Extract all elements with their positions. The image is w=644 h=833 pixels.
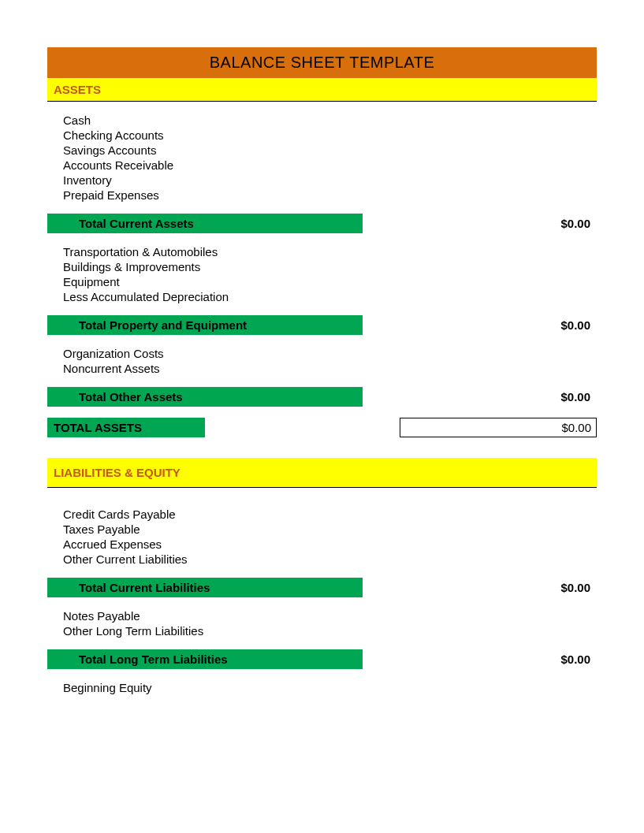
total-longterm-liabilities-value: $0.00 bbox=[526, 649, 597, 669]
line-item: Cash bbox=[63, 113, 597, 128]
total-property-equipment-row: Total Property and Equipment $0.00 bbox=[47, 315, 597, 335]
total-other-assets-label: Total Other Assets bbox=[47, 387, 363, 407]
total-current-assets-label: Total Current Assets bbox=[47, 214, 363, 233]
total-assets-row: TOTAL ASSETS $0.00 bbox=[47, 418, 597, 437]
liabilities-equity-section-header: LIABILITIES & EQUITY bbox=[47, 458, 597, 488]
current-liabilities-list: Credit Cards Payable Taxes Payable Accru… bbox=[47, 488, 597, 576]
equity-list: Beginning Equity bbox=[47, 680, 597, 705]
other-assets-list: Organization Costs Noncurrent Assets bbox=[47, 346, 597, 385]
line-item: Inventory bbox=[63, 173, 597, 188]
total-longterm-liabilities-row: Total Long Term Liabilities $0.00 bbox=[47, 649, 597, 669]
total-assets-label: TOTAL ASSETS bbox=[47, 418, 205, 437]
total-current-liabilities-row: Total Current Liabilities $0.00 bbox=[47, 578, 597, 597]
line-item: Buildings & Improvements bbox=[63, 259, 597, 274]
total-current-liabilities-label: Total Current Liabilities bbox=[47, 578, 363, 597]
total-current-assets-row: Total Current Assets $0.00 bbox=[47, 214, 597, 233]
line-item: Accrued Expenses bbox=[63, 537, 597, 552]
line-item: Other Long Term Liabilities bbox=[63, 623, 597, 638]
line-item: Equipment bbox=[63, 274, 597, 289]
total-longterm-liabilities-label: Total Long Term Liabilities bbox=[47, 649, 363, 669]
line-item: Notes Payable bbox=[63, 608, 597, 623]
line-item: Accounts Receivable bbox=[63, 158, 597, 173]
total-assets-value: $0.00 bbox=[400, 418, 597, 437]
line-item: Taxes Payable bbox=[63, 522, 597, 537]
total-property-equipment-value: $0.00 bbox=[526, 315, 597, 335]
line-item: Less Accumulated Depreciation bbox=[63, 289, 597, 304]
line-item: Savings Accounts bbox=[63, 143, 597, 158]
document-title: BALANCE SHEET TEMPLATE bbox=[47, 47, 597, 78]
line-item: Beginning Equity bbox=[63, 680, 597, 695]
line-item: Other Current Liabilities bbox=[63, 552, 597, 567]
line-item: Noncurrent Assets bbox=[63, 361, 597, 376]
longterm-liabilities-list: Notes Payable Other Long Term Liabilitie… bbox=[47, 608, 597, 648]
line-item: Transportation & Automobiles bbox=[63, 244, 597, 259]
line-item: Credit Cards Payable bbox=[63, 507, 597, 522]
total-current-liabilities-value: $0.00 bbox=[526, 578, 597, 597]
total-property-equipment-label: Total Property and Equipment bbox=[47, 315, 363, 335]
property-assets-list: Transportation & Automobiles Buildings &… bbox=[47, 244, 597, 314]
assets-section-header: ASSETS bbox=[47, 78, 597, 102]
total-other-assets-value: $0.00 bbox=[526, 387, 597, 407]
line-item: Checking Accounts bbox=[63, 128, 597, 143]
current-assets-list: Cash Checking Accounts Savings Accounts … bbox=[47, 102, 597, 212]
total-current-assets-value: $0.00 bbox=[526, 214, 597, 233]
line-item: Organization Costs bbox=[63, 346, 597, 361]
total-other-assets-row: Total Other Assets $0.00 bbox=[47, 387, 597, 407]
line-item: Prepaid Expenses bbox=[63, 188, 597, 203]
